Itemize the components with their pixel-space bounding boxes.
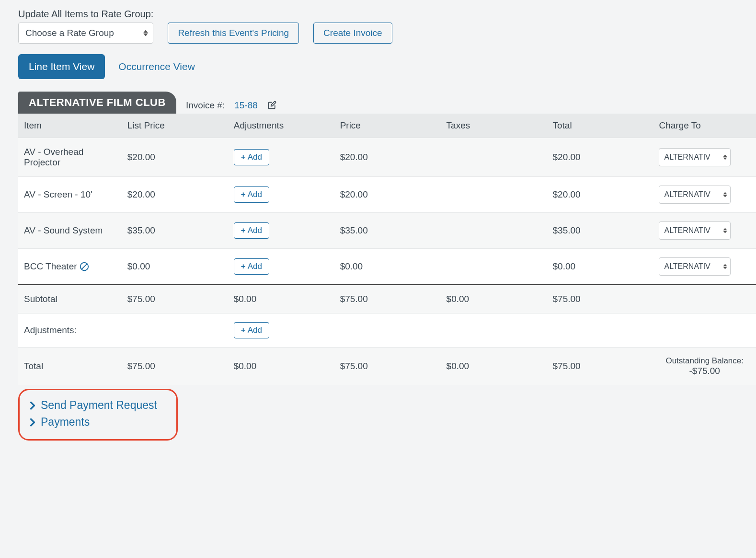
org-header-row: ALTERNATIVE FILM CLUB Invoice #: 15-88 [18, 92, 756, 114]
list-price-cell: $20.00 [122, 177, 228, 213]
taxes-cell [441, 177, 547, 213]
charge-to-select[interactable]: ALTERNATIV [659, 257, 731, 276]
table-row: AV - Sound System$35.00+Add$35.00$35.00A… [18, 213, 756, 249]
charge-to-cell: ALTERNATIV [653, 177, 756, 213]
add-adjustment-button[interactable]: +Add [234, 258, 269, 275]
col-price: Price [334, 114, 441, 138]
rate-group-select[interactable]: Choose a Rate Group [18, 23, 153, 44]
col-list-price: List Price [122, 114, 228, 138]
item-name: AV - Overhead Projector [18, 138, 122, 177]
org-name-chip: ALTERNATIVE FILM CLUB [18, 92, 176, 114]
total-taxes: $0.00 [441, 348, 547, 385]
adjustments-cell: +Add [228, 138, 334, 177]
subtotal-taxes: $0.00 [441, 285, 547, 314]
rate-group-label: Update All Items to Rate Group: [18, 9, 153, 20]
charge-to-value: ALTERNATIV [664, 226, 710, 235]
payments-link[interactable]: Payments [29, 414, 157, 430]
total-listprice: $75.00 [122, 348, 228, 385]
add-label: Add [248, 226, 262, 235]
add-label: Add [248, 190, 262, 199]
list-price-cell: $0.00 [122, 249, 228, 285]
charge-to-value: ALTERNATIV [664, 262, 710, 271]
outstanding-balance-cell: Outstanding Balance: -$75.00 [653, 348, 756, 385]
charge-to-select[interactable]: ALTERNATIV [659, 148, 731, 166]
subtotal-total: $75.00 [547, 285, 653, 314]
price-cell: $20.00 [334, 177, 441, 213]
chevron-right-icon [29, 418, 36, 427]
add-adjustment-button[interactable]: +Add [234, 222, 269, 239]
list-price-cell: $20.00 [122, 138, 228, 177]
price-cell: $20.00 [334, 138, 441, 177]
send-payment-request-link[interactable]: Send Payment Request [29, 397, 157, 414]
item-name: AV - Screen - 10' [18, 177, 122, 213]
rate-group-select-value: Choose a Rate Group [25, 28, 114, 38]
plus-icon: + [241, 152, 246, 162]
add-label: Add [248, 262, 262, 271]
charge-to-select[interactable]: ALTERNATIV [659, 221, 731, 240]
top-controls: Update All Items to Rate Group: Choose a… [18, 9, 756, 44]
table-row: AV - Overhead Projector$20.00+Add$20.00$… [18, 138, 756, 177]
invoice-number-label: Invoice #: [186, 100, 225, 114]
col-total: Total [547, 114, 653, 138]
payments-label: Payments [41, 416, 90, 429]
chevron-right-icon [29, 401, 36, 410]
add-adjustment-button[interactable]: + Add [234, 322, 269, 338]
add-adjustment-label: Add [248, 326, 262, 335]
edit-icon[interactable] [267, 101, 277, 114]
col-charge-to: Charge To [653, 114, 756, 138]
pricing-table: Item List Price Adjustments Price Taxes … [18, 114, 756, 385]
add-adjustment-button[interactable]: +Add [234, 149, 269, 165]
chevron-sort-icon [143, 30, 148, 36]
charge-to-value: ALTERNATIV [664, 190, 710, 199]
chevron-sort-icon [723, 264, 727, 269]
invoice-number-link[interactable]: 15-88 [234, 100, 258, 114]
create-invoice-button[interactable]: Create Invoice [313, 23, 392, 44]
table-header-row: Item List Price Adjustments Price Taxes … [18, 114, 756, 138]
taxes-cell [441, 138, 547, 177]
total-price: $75.00 [334, 348, 441, 385]
total-adjustments: $0.00 [228, 348, 334, 385]
taxes-cell [441, 213, 547, 249]
refresh-pricing-button[interactable]: Refresh this Event's Pricing [168, 23, 299, 44]
chevron-sort-icon [723, 228, 727, 233]
adjustments-cell: +Add [228, 213, 334, 249]
tab-line-item-view[interactable]: Line Item View [18, 54, 105, 79]
table-row: BCC Theater$0.00+Add$0.00$0.00ALTERNATIV [18, 249, 756, 285]
plus-icon: + [241, 226, 246, 235]
send-payment-request-label: Send Payment Request [41, 399, 157, 412]
adjustments-cell: +Add [228, 249, 334, 285]
charge-to-select[interactable]: ALTERNATIV [659, 186, 731, 204]
outstanding-balance-label: Outstanding Balance: [659, 356, 750, 366]
list-price-cell: $35.00 [122, 213, 228, 249]
add-label: Add [248, 152, 262, 162]
total-label: Total [18, 348, 122, 385]
total-cell: $20.00 [547, 138, 653, 177]
plus-icon: + [241, 190, 246, 199]
adjustments-row: Adjustments: + Add [18, 314, 756, 348]
tab-occurrence-view[interactable]: Occurrence View [118, 61, 195, 72]
subtotal-row: Subtotal $75.00 $0.00 $75.00 $0.00 $75.0… [18, 285, 756, 314]
plus-icon: + [241, 326, 246, 335]
taxes-cell [441, 249, 547, 285]
svg-line-1 [81, 264, 87, 270]
charge-to-cell: ALTERNATIV [653, 249, 756, 285]
rate-group-block: Update All Items to Rate Group: Choose a… [18, 9, 153, 44]
subtotal-adjustments: $0.00 [228, 285, 334, 314]
chevron-sort-icon [723, 155, 727, 160]
price-cell: $0.00 [334, 249, 441, 285]
outstanding-balance-value: -$75.00 [659, 366, 750, 376]
subtotal-price: $75.00 [334, 285, 441, 314]
view-tabs: Line Item View Occurrence View [18, 54, 756, 79]
adjustments-label: Adjustments: [18, 314, 122, 348]
item-name: BCC Theater [18, 249, 122, 285]
total-cell: $0.00 [547, 249, 653, 285]
table-row: AV - Screen - 10'$20.00+Add$20.00$20.00A… [18, 177, 756, 213]
charge-to-cell: ALTERNATIV [653, 138, 756, 177]
charge-to-cell: ALTERNATIV [653, 213, 756, 249]
plus-icon: + [241, 262, 246, 271]
price-cell: $35.00 [334, 213, 441, 249]
total-cell: $35.00 [547, 213, 653, 249]
add-adjustment-button[interactable]: +Add [234, 186, 269, 203]
charge-to-value: ALTERNATIV [664, 153, 710, 162]
forbidden-icon [79, 261, 90, 272]
